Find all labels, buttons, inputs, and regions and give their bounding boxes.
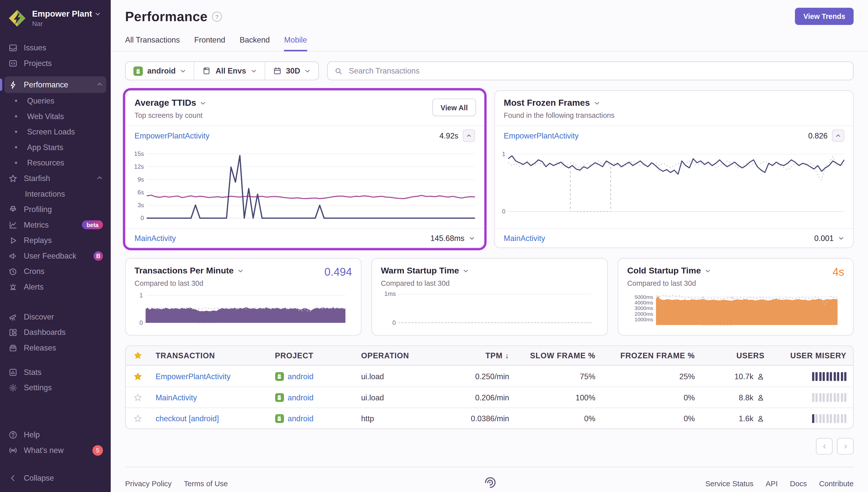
project-link[interactable]: android <box>288 414 314 423</box>
collapse-row-button[interactable] <box>463 130 475 142</box>
chevron-down-icon[interactable] <box>200 100 206 106</box>
sidebar-item-starfish[interactable]: Starfish <box>0 170 111 186</box>
help-tooltip-icon[interactable]: ? <box>212 11 222 22</box>
chevron-down-icon[interactable] <box>463 268 469 274</box>
sidebar-item-interactions[interactable]: Interactions <box>0 186 111 202</box>
notification-badge: 5 <box>93 445 103 456</box>
star-header-icon <box>133 351 142 360</box>
star-toggle[interactable] <box>126 414 150 423</box>
sidebar-item-settings[interactable]: Settings <box>0 380 111 396</box>
search-input[interactable] <box>348 66 847 76</box>
sidebar-item-screen-loads[interactable]: Screen Loads <box>0 124 111 140</box>
service-status-link[interactable]: Service Status <box>705 479 754 488</box>
expand-row-button[interactable] <box>838 235 844 241</box>
calendar-icon <box>273 67 281 75</box>
prev-page-button[interactable] <box>816 438 833 454</box>
project-link[interactable]: android <box>288 393 314 401</box>
slow-frame-cell: 100% <box>515 393 601 401</box>
svg-text:2000ms: 2000ms <box>635 311 653 317</box>
sidebar-item-profiling[interactable]: Profiling <box>0 201 111 217</box>
sidebar-item-performance[interactable]: Performance <box>4 76 106 93</box>
user-misery-bars <box>770 372 853 381</box>
terms-link[interactable]: Terms of Use <box>184 479 228 488</box>
chevron-up-icon <box>96 80 103 89</box>
sidebar-item-projects[interactable]: Projects <box>0 55 111 71</box>
operation-cell: ui.load <box>355 372 441 381</box>
sidebar-item-alerts[interactable]: Alerts <box>0 279 111 295</box>
tab-mobile[interactable]: Mobile <box>284 35 307 52</box>
col-tpm-sorted[interactable]: TPM ↓ <box>442 351 515 360</box>
metrics-icon <box>8 220 18 230</box>
org-switcher[interactable]: Empower Plant Nar <box>0 8 111 31</box>
sidebar-item-web-vitals[interactable]: Web Vitals <box>0 108 111 124</box>
content-area: android All Envs 30D <box>111 52 868 492</box>
docs-link[interactable]: Docs <box>790 479 807 488</box>
tab-all-transactions[interactable]: All Transactions <box>125 35 180 51</box>
chevron-down-icon[interactable] <box>705 268 711 274</box>
transaction-link[interactable]: MainActivity <box>150 393 270 401</box>
date-range-filter[interactable]: 30D <box>264 62 318 79</box>
sidebar-item-replays[interactable]: Replays <box>0 233 111 248</box>
svg-text:1000ms: 1000ms <box>635 317 653 322</box>
sidebar-collapse-button[interactable]: Collapse <box>0 470 111 486</box>
col-users[interactable]: USERS <box>700 351 770 360</box>
transaction-link[interactable]: EmpowerPlantActivity <box>504 131 579 140</box>
chevron-down-icon[interactable] <box>238 268 244 274</box>
transaction-link[interactable]: MainActivity <box>134 233 176 243</box>
sidebar-item-user-feedback[interactable]: User FeedbackB <box>0 248 111 264</box>
view-all-button[interactable]: View All <box>432 98 476 116</box>
sidebar-item-whats-new[interactable]: What's new5 <box>0 442 111 458</box>
sidebar-item-releases[interactable]: Releases <box>0 340 111 355</box>
next-page-button[interactable] <box>837 438 854 454</box>
col-transaction[interactable]: TRANSACTION <box>150 351 270 360</box>
bar-chart-icon <box>8 367 18 377</box>
view-trends-button[interactable]: View Trends <box>795 8 854 25</box>
svg-text:15s: 15s <box>134 150 144 157</box>
star-toggle[interactable] <box>126 372 150 381</box>
profiling-icon <box>8 204 18 214</box>
page-header: Performance ? View Trends All Transactio… <box>111 0 868 52</box>
sidebar-item-app-starts[interactable]: App Starts <box>0 140 111 155</box>
page-filter-bar: android All Envs 30D <box>125 62 319 80</box>
sidebar-item-resources[interactable]: Resources <box>0 155 111 171</box>
svg-text:4000ms: 4000ms <box>635 300 653 305</box>
chevron-down-icon <box>838 235 844 241</box>
col-slow-frame[interactable]: SLOW FRAME % <box>515 351 601 360</box>
sidebar-item-issues[interactable]: Issues <box>0 40 111 55</box>
bullet-icon <box>15 146 17 149</box>
star-toggle[interactable] <box>126 393 150 401</box>
chevron-down-icon <box>305 68 311 74</box>
transaction-link[interactable]: EmpowerPlantActivity <box>150 372 270 381</box>
sidebar-item-metrics[interactable]: Metricsbeta <box>0 217 111 233</box>
privacy-policy-link[interactable]: Privacy Policy <box>125 479 172 488</box>
sidebar-item-discover[interactable]: Discover <box>0 309 111 324</box>
chevron-down-icon <box>95 11 101 17</box>
tab-frontend[interactable]: Frontend <box>194 35 225 51</box>
tab-backend[interactable]: Backend <box>240 35 270 51</box>
sidebar-item-dashboards[interactable]: Dashboards <box>0 324 111 340</box>
panel-subtitle: Compared to last 30d <box>381 279 598 287</box>
user-misery-bars <box>770 414 853 423</box>
collapse-row-button[interactable] <box>832 130 844 142</box>
sidebar-item-crons[interactable]: Crons <box>0 264 111 279</box>
sidebar-item-queries[interactable]: Queries <box>0 93 111 108</box>
col-project[interactable]: PROJECT <box>270 351 355 360</box>
transaction-link[interactable]: checkout [android] <box>150 414 270 423</box>
expand-row-button[interactable] <box>469 235 475 241</box>
chevron-down-icon[interactable] <box>594 100 600 106</box>
contribute-link[interactable]: Contribute <box>819 479 854 488</box>
api-link[interactable]: API <box>766 479 778 488</box>
svg-text:9s: 9s <box>137 176 144 183</box>
col-operation[interactable]: OPERATION <box>355 351 441 360</box>
col-user-misery[interactable]: USER MISERY <box>770 351 853 360</box>
transaction-link[interactable]: MainActivity <box>504 233 545 243</box>
col-frozen-frame[interactable]: FROZEN FRAME % <box>601 351 700 360</box>
sidebar-item-stats[interactable]: Stats <box>0 364 111 380</box>
sidebar-item-help[interactable]: Help <box>0 427 111 442</box>
transaction-link[interactable]: EmpowerPlantActivity <box>134 131 209 140</box>
environment-filter[interactable]: All Envs <box>194 62 264 79</box>
project-link[interactable]: android <box>288 372 314 381</box>
project-filter[interactable]: android <box>126 62 194 79</box>
frozen-frame-cell: 25% <box>601 372 700 381</box>
archive-icon <box>8 343 18 353</box>
